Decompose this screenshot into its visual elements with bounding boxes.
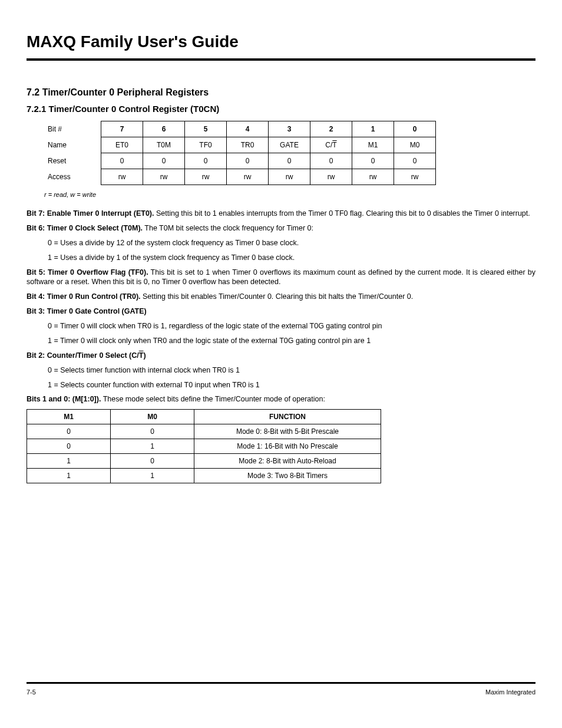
bit6-opt0: 0 = Uses a divide by 12 of the system cl… xyxy=(48,238,535,248)
bit-name: TR0 xyxy=(227,137,269,153)
table-row: 1 0 Mode 2: 8-Bit with Auto-Reload xyxy=(27,454,381,469)
row-label: Access xyxy=(44,169,101,185)
table-row: 0 0 Mode 0: 8-Bit with 5-Bit Prescale xyxy=(27,424,381,439)
row-label: Bit # xyxy=(44,121,101,137)
document-title: MAXQ Family User's Guide xyxy=(27,32,535,51)
bit6-desc: Bit 6: Timer 0 Clock Select (T0M). The T… xyxy=(27,223,535,233)
bit-name: C/T xyxy=(310,137,352,153)
mode-cell: 0 xyxy=(27,424,111,439)
table-row: Name ET0 T0M TF0 TR0 GATE C/T M1 M0 xyxy=(44,137,436,153)
subsection-heading: 7.2.1 Timer/Counter 0 Control Register (… xyxy=(27,104,535,114)
row-label: Name xyxy=(44,137,101,153)
access-val: rw xyxy=(352,169,394,185)
company-name: Maxim Integrated xyxy=(485,689,535,696)
bit-num: 2 xyxy=(310,121,352,137)
register-table: Bit # 7 6 5 4 3 2 1 0 Name ET0 T0M TF0 T… xyxy=(44,121,436,185)
bit6-opt1: 1 = Uses a divide by 1 of the system clo… xyxy=(48,253,535,263)
bit2-opt0: 0 = Selects timer function with internal… xyxy=(48,365,535,375)
bit3-opt1: 1 = Timer 0 will clock only when TR0 and… xyxy=(48,336,535,346)
access-val: rw xyxy=(185,169,227,185)
bit-name: TF0 xyxy=(185,137,227,153)
reset-val: 0 xyxy=(269,153,310,169)
bits10-desc: Bits 1 and 0: (M[1:0]). These mode selec… xyxy=(27,394,535,404)
mode-cell: Mode 3: Two 8-Bit Timers xyxy=(194,469,381,483)
bit7-desc: Bit 7: Enable Timer 0 Interrupt (ET0). S… xyxy=(27,209,535,219)
page-number: 7-5 xyxy=(27,689,36,696)
mode-cell: 1 xyxy=(27,454,111,469)
section-heading: 7.2 Timer/Counter 0 Peripheral Registers xyxy=(27,87,535,98)
mode-header: M0 xyxy=(111,410,194,424)
reset-val: 0 xyxy=(310,153,352,169)
bit2-opt1: 1 = Selects counter function with extern… xyxy=(48,380,535,390)
bit-num: 6 xyxy=(143,121,185,137)
bit3-opt0: 0 = Timer 0 will clock when TR0 is 1, re… xyxy=(48,321,535,331)
bit-num: 7 xyxy=(101,121,143,137)
mode-cell: 0 xyxy=(111,424,194,439)
bit-name: M1 xyxy=(352,137,394,153)
access-val: rw xyxy=(394,169,436,185)
bit-num: 4 xyxy=(227,121,269,137)
reset-val: 0 xyxy=(352,153,394,169)
table-note: r = read, w = write xyxy=(44,191,535,198)
table-row: Reset 0 0 0 0 0 0 0 0 xyxy=(44,153,436,169)
bit-name: GATE xyxy=(269,137,310,153)
table-row: 1 1 Mode 3: Two 8-Bit Timers xyxy=(27,469,381,483)
bit-name: M0 xyxy=(394,137,436,153)
access-val: rw xyxy=(227,169,269,185)
reset-val: 0 xyxy=(143,153,185,169)
reset-val: 0 xyxy=(101,153,143,169)
table-row: Bit # 7 6 5 4 3 2 1 0 xyxy=(44,121,436,137)
access-val: rw xyxy=(269,169,310,185)
table-row: M1 M0 FUNCTION xyxy=(27,410,381,424)
mode-header: FUNCTION xyxy=(194,410,381,424)
bit3-desc: Bit 3: Timer 0 Gate Control (GATE) xyxy=(27,307,535,317)
footer-rule xyxy=(27,682,535,684)
bit-num: 3 xyxy=(269,121,310,137)
mode-cell: 1 xyxy=(27,469,111,483)
table-row: Access rw rw rw rw rw rw rw rw xyxy=(44,169,436,185)
row-label: Reset xyxy=(44,153,101,169)
mode-cell: 1 xyxy=(111,469,194,483)
mode-cell: Mode 1: 16-Bit with No Prescale xyxy=(194,439,381,454)
bit-num: 5 xyxy=(185,121,227,137)
mode-cell: 0 xyxy=(27,439,111,454)
mode-table: M1 M0 FUNCTION 0 0 Mode 0: 8-Bit with 5-… xyxy=(27,409,381,483)
reset-val: 0 xyxy=(185,153,227,169)
mode-header: M1 xyxy=(27,410,111,424)
reset-val: 0 xyxy=(227,153,269,169)
page-footer: 7-5 Maxim Integrated xyxy=(27,682,535,696)
title-rule xyxy=(27,58,535,61)
bit-name: ET0 xyxy=(101,137,143,153)
mode-cell: Mode 2: 8-Bit with Auto-Reload xyxy=(194,454,381,469)
bit-name: T0M xyxy=(143,137,185,153)
bit2-desc: Bit 2: Counter/Timer 0 Select (C/T) xyxy=(27,351,535,361)
mode-cell: 0 xyxy=(111,454,194,469)
access-val: rw xyxy=(310,169,352,185)
bit4-desc: Bit 4: Timer 0 Run Control (TR0). Settin… xyxy=(27,292,535,302)
access-val: rw xyxy=(143,169,185,185)
bit5-desc: Bit 5: Timer 0 Overflow Flag (TF0). This… xyxy=(27,268,535,288)
table-row: 0 1 Mode 1: 16-Bit with No Prescale xyxy=(27,439,381,454)
mode-cell: Mode 0: 8-Bit with 5-Bit Prescale xyxy=(194,424,381,439)
bit-num: 1 xyxy=(352,121,394,137)
reset-val: 0 xyxy=(394,153,436,169)
access-val: rw xyxy=(101,169,143,185)
bit-num: 0 xyxy=(394,121,436,137)
mode-cell: 1 xyxy=(111,439,194,454)
